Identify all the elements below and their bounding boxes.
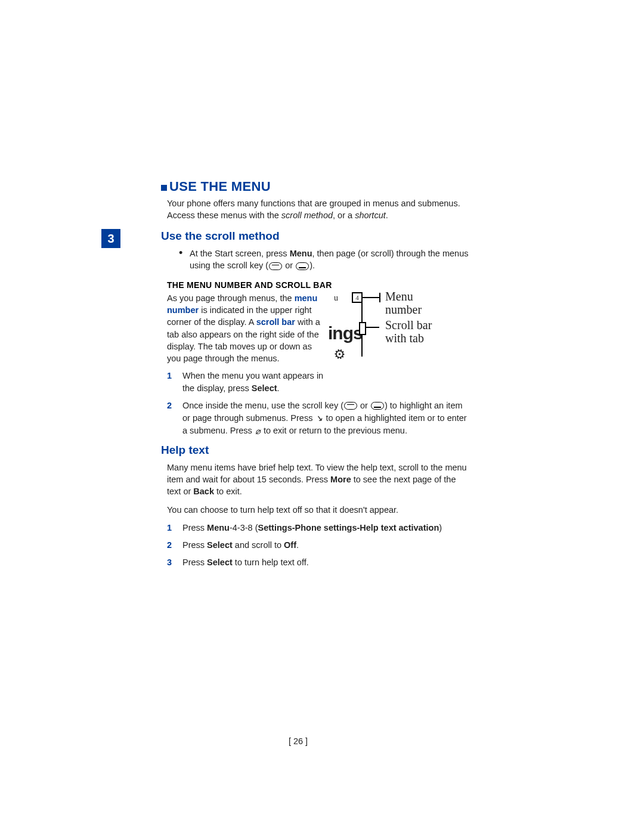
scroll-up-key-icon bbox=[269, 262, 282, 270]
diagram-label-scrollbar: Scroll bar with tab bbox=[385, 318, 432, 345]
paragraph: You can choose to turn help text off so … bbox=[167, 504, 471, 516]
heading-text: USE THE MENU bbox=[169, 179, 271, 194]
diagram-callout-line bbox=[365, 327, 379, 328]
bullet-item: At the Start screen, press Menu, then pa… bbox=[179, 247, 471, 272]
scrollbar-diagram: u 4 Menu number ings Scroll bar with tab… bbox=[334, 292, 471, 370]
list-item: 2 Press Select and scroll to Off. bbox=[167, 539, 471, 552]
numbered-list: 1 Press Menu-4-3-8 (Settings-Phone setti… bbox=[167, 522, 471, 569]
scroll-down-key-icon bbox=[371, 402, 384, 410]
diagram-partial-text-ings: ings bbox=[328, 321, 363, 346]
diagram-menu-icon: ⚙ bbox=[332, 345, 348, 366]
manual-page: 3 USE THE MENU Your phone offers many fu… bbox=[125, 179, 471, 575]
page-number: [ 26 ] bbox=[125, 736, 471, 746]
diagram-callout-line bbox=[361, 297, 379, 298]
list-item: 1 Press Menu-4-3-8 (Settings-Phone setti… bbox=[167, 522, 471, 534]
end-key-icon: ⌀ bbox=[255, 425, 261, 438]
send-key-icon: ↘ bbox=[315, 412, 323, 425]
bullet-list: At the Start screen, press Menu, then pa… bbox=[179, 247, 471, 272]
subheading-help-text: Help text bbox=[161, 444, 471, 457]
step-number: 1 bbox=[167, 522, 172, 534]
list-item: 1 When the menu you want appears in the … bbox=[167, 370, 471, 395]
section-heading-use-the-menu: USE THE MENU bbox=[161, 179, 471, 194]
diagram-label-menu-number: Menu number bbox=[385, 292, 422, 316]
heading-bullet-icon bbox=[161, 185, 167, 191]
intro-paragraph: Your phone offers many functions that ar… bbox=[167, 198, 471, 221]
paragraph: Many menu items have brief help text. To… bbox=[167, 462, 471, 498]
scrollbar-explainer: u 4 Menu number ings Scroll bar with tab… bbox=[167, 292, 471, 444]
diagram-char-u: u bbox=[334, 292, 338, 304]
scroll-up-key-icon bbox=[344, 402, 357, 410]
step-number: 1 bbox=[167, 370, 172, 382]
subheading-menu-number-scrollbar: THE MENU NUMBER AND SCROLL BAR bbox=[167, 280, 471, 290]
chapter-number-badge: 3 bbox=[101, 229, 120, 248]
step-number: 2 bbox=[167, 400, 172, 412]
step-number: 3 bbox=[167, 556, 172, 569]
step-number: 2 bbox=[167, 539, 172, 552]
list-item: 3 Press Select to turn help text off. bbox=[167, 556, 471, 569]
list-item: 2 Once inside the menu, use the scroll k… bbox=[167, 400, 471, 438]
numbered-list: 1 When the menu you want appears in the … bbox=[167, 370, 471, 438]
subheading-scroll-method: Use the scroll method bbox=[161, 230, 471, 243]
diagram-scrollbar-tab bbox=[359, 322, 366, 335]
scroll-down-key-icon bbox=[296, 262, 309, 270]
